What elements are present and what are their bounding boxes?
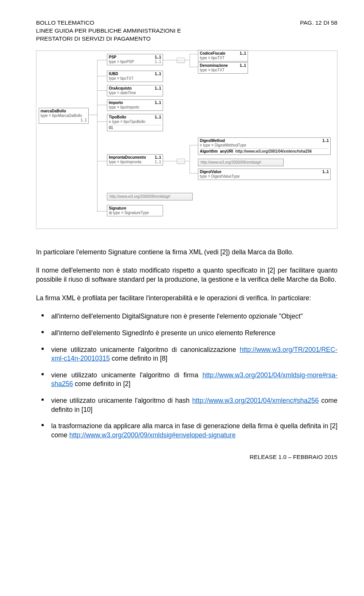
list-item: la trasformazione da applicare alla marc… (41, 422, 337, 440)
link-xmlenc-sha256[interactable]: http://www.w3.org/2001/04/xmlenc#sha256 (192, 397, 319, 404)
page-header: BOLLO TELEMATICO LINEE GUIDA PER PUBBLIC… (36, 19, 337, 43)
namespace-url-1: http://www.w3.org/2000/09/xmldsig# (198, 159, 284, 166)
namespace-url-2: http://www.w3.org/2000/09/xmldsig# (107, 193, 193, 200)
header-title-1: BOLLO TELEMATICO (36, 19, 181, 27)
sequence-chip: ⋯⋯ (177, 58, 185, 63)
header-title-3: PRESTATORI DI SERVIZI DI PAGAMENTO (36, 35, 181, 43)
paragraph-3: La firma XML è profilata per facilitare … (36, 294, 337, 303)
node-oraacquisto: OraAcquisto1..1 type = dateTime (107, 85, 163, 96)
node-iubd: IUBD1..1 type = tipoTXT (107, 71, 163, 82)
node-tipobollo: TipoBollo1..1 ≡ type = tipoTipoBollo 01 (107, 114, 163, 131)
node-signature: Signature ⊞ type = SignatureType (107, 205, 163, 216)
list-item: viene utilizzato unicamente l'algoritmo … (41, 371, 337, 389)
node-marcadabollo: marcaDaBollo type = tipoMarcaDaBollo 1..… (39, 108, 89, 124)
node-denominazione: Denominazione1..1 type = tipoTXT (198, 62, 248, 74)
list-item: viene utilizzato unicamente l'algoritmo … (41, 345, 337, 363)
header-title-2: LINEE GUIDA PER PUBBLICHE AMMINISTRAZION… (36, 27, 181, 35)
list-item: viene utilizzato unicamente l'algoritmo … (41, 396, 337, 414)
page-footer: RELEASE 1.0 – FEBBRAIO 2015 (36, 453, 337, 461)
node-psp: PSP1..1 type = tipoPSP1..1 (107, 54, 163, 65)
node-improntadocumento: ImprontaDocumento1..1 type = tipoImpront… (107, 154, 163, 166)
paragraph-2: Il nome dell'elemento non è stato modifi… (36, 266, 337, 284)
node-codicefiscale: CodiceFiscale1..1 type = tipoTXT (198, 50, 248, 61)
bullet-list: all'interno dell'elemento DigitalSignatu… (36, 312, 337, 440)
header-page: PAG. 12 DI 58 (300, 19, 337, 43)
paragraph-1: In particolare l'elemento Signature cont… (36, 248, 337, 257)
sequence-chip: ⋯⋯ (177, 159, 185, 164)
xml-schema-diagram: marcaDaBollo type = tipoMarcaDaBollo 1..… (36, 50, 337, 229)
node-digestmethod: DigestMethod1..1 ≡ type = DigestMethodTy… (198, 137, 331, 155)
list-item: all'interno dell'elemento SignedInfo è p… (41, 329, 337, 338)
node-importo: Importo1..1 type = tipoImporto (107, 99, 163, 111)
header-left: BOLLO TELEMATICO LINEE GUIDA PER PUBBLIC… (36, 19, 181, 43)
link-enveloped-signature[interactable]: http://www.w3.org/2000/09/xmldsig#envelo… (69, 431, 236, 439)
list-item: all'interno dell'elemento DigitalSignatu… (41, 312, 337, 321)
node-digestvalue: DigestValue1..1 type = DigestValueType (198, 169, 331, 180)
